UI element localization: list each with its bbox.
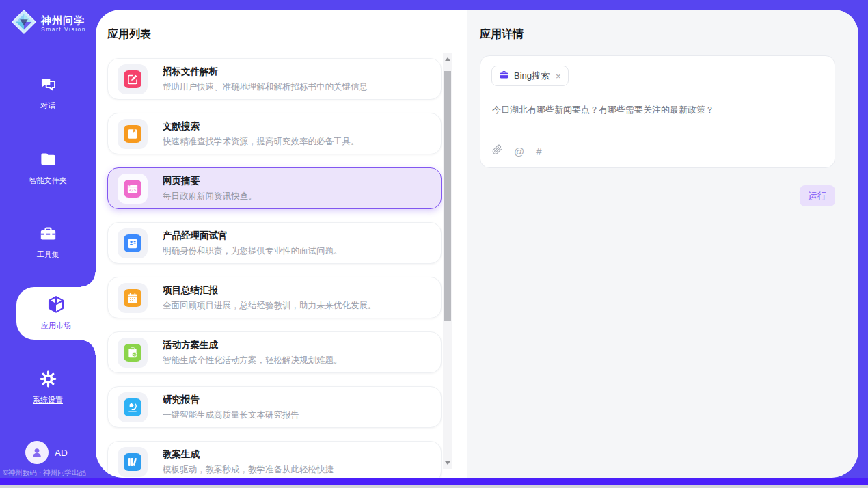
browser-code-icon: </> bbox=[124, 180, 141, 198]
briefcase-icon bbox=[499, 70, 509, 83]
hash-icon[interactable]: # bbox=[536, 146, 541, 157]
mention-icon[interactable]: @ bbox=[514, 146, 524, 157]
user-account[interactable]: AD bbox=[25, 441, 68, 464]
main-panel: 应用详情 Bing搜索 × 今日湖北有哪些新闻要点？有哪些需要关注的最新政策？ bbox=[96, 10, 858, 478]
app-icon-tile bbox=[118, 392, 148, 422]
svg-text:</>: </> bbox=[129, 187, 137, 191]
app-icon-tile bbox=[118, 228, 148, 258]
books-icon bbox=[124, 453, 141, 471]
app-title: 教案生成 bbox=[163, 448, 334, 461]
scrollbar-thumb[interactable] bbox=[444, 71, 451, 321]
sidebar-item-label: 应用市场 bbox=[16, 321, 96, 331]
sidebar-item-label: 工具集 bbox=[0, 249, 96, 260]
app-description: 每日政府新闻资讯快查。 bbox=[163, 191, 257, 202]
app-list: 招标文件解析 帮助用户快速、准确地理解和解析招标书中的关键信息 文献搜索 快速精… bbox=[107, 58, 442, 478]
app-icon-tile: </> bbox=[118, 174, 148, 204]
app-list-item-pm-interviewer[interactable]: 产品经理面试官 明确身份和职责，为您提供专业性的面试问题。 bbox=[107, 222, 442, 264]
tool-tag-bing-search[interactable]: Bing搜索 × bbox=[491, 66, 569, 86]
diamond-logo-icon bbox=[11, 9, 37, 38]
app-icon-tile bbox=[118, 338, 148, 368]
prompt-card: Bing搜索 × 今日湖北有哪些新闻要点？有哪些需要关注的最新政策？ @ # bbox=[480, 55, 835, 168]
scroll-up-arrow-icon[interactable] bbox=[445, 57, 450, 61]
folder-icon bbox=[39, 159, 57, 171]
user-avatar-icon bbox=[25, 441, 49, 464]
app-list-item-project-summary[interactable]: 项目总结汇报 全面回顾项目进展，总结经验教训，助力未来优化发展。 bbox=[107, 277, 442, 318]
app-description: 全面回顾项目进展，总结经验教训，助力未来优化发展。 bbox=[163, 300, 377, 312]
close-icon[interactable]: × bbox=[556, 71, 561, 81]
sidebar-item-settings[interactable]: 系统设置 bbox=[0, 370, 96, 405]
app-list-item-research-report[interactable]: 研究报告 一键智能生成高质量长文本研究报告 bbox=[107, 386, 442, 428]
toolbox-icon bbox=[39, 233, 57, 245]
run-button[interactable]: 运行 bbox=[800, 185, 835, 206]
input-toolbar: @ # bbox=[492, 144, 542, 158]
app-detail-panel: 应用详情 Bing搜索 × 今日湖北有哪些新闻要点？有哪些需要关注的最新政策？ bbox=[467, 10, 858, 478]
app-list-item-literature-search[interactable]: 文献搜索 快速精准查找学术资源，提高研究效率的必备工具。 bbox=[107, 113, 442, 154]
microscope-icon bbox=[124, 398, 141, 416]
app-icon-tile bbox=[118, 447, 148, 477]
sidebar: 神州问学 Smart Vision 对话 智能文件夹 bbox=[0, 0, 96, 488]
paperclip-icon[interactable] bbox=[492, 144, 502, 158]
app-description: 帮助用户快速、准确地理解和解析招标书中的关键信息 bbox=[163, 81, 368, 93]
sidebar-item-chat[interactable]: 对话 bbox=[0, 75, 96, 111]
user-name: AD bbox=[55, 448, 68, 458]
app-description: 一键智能生成高质量长文本研究报告 bbox=[163, 409, 299, 421]
app-icon-tile bbox=[118, 119, 148, 149]
scroll-down-arrow-icon[interactable] bbox=[445, 461, 450, 465]
sidebar-item-label: 智能文件夹 bbox=[0, 176, 96, 186]
app-description: 模板驱动，教案秒成，教学准备从此轻松快捷 bbox=[163, 464, 334, 476]
person-doc-icon bbox=[124, 234, 141, 252]
sidebar-item-toolset[interactable]: 工具集 bbox=[0, 224, 96, 260]
app-title: 研究报告 bbox=[163, 394, 299, 406]
gear-icon bbox=[39, 379, 57, 390]
app-list-item-web-summary[interactable]: </> 网页摘要 每日政府新闻资讯快查。 bbox=[107, 167, 442, 209]
book-icon bbox=[124, 125, 141, 143]
clipboard-check-icon bbox=[124, 344, 141, 362]
prompt-input[interactable]: 今日湖北有哪些新闻要点？有哪些需要关注的最新政策？ bbox=[492, 104, 824, 116]
app-title: 产品经理面试官 bbox=[163, 230, 342, 242]
app-title: 网页摘要 bbox=[163, 175, 257, 187]
tool-tag-label: Bing搜索 bbox=[514, 70, 550, 82]
sidebar-item-smart-folder[interactable]: 智能文件夹 bbox=[0, 150, 96, 186]
sidebar-item-label: 系统设置 bbox=[0, 395, 96, 405]
edit-square-icon bbox=[124, 70, 141, 88]
brand-subtitle: Smart Vision bbox=[41, 26, 86, 33]
app-description: 快速精准查找学术资源，提高研究效率的必备工具。 bbox=[163, 136, 360, 148]
list-panel-title: 应用列表 bbox=[107, 27, 151, 42]
bottom-accent-bar bbox=[0, 478, 868, 485]
app-title: 文献搜索 bbox=[163, 120, 360, 133]
app-title: 招标文件解析 bbox=[163, 66, 368, 78]
brand-name: 神州问学 bbox=[41, 14, 86, 26]
chat-icon bbox=[39, 84, 57, 96]
detail-panel-title: 应用详情 bbox=[480, 27, 524, 42]
app-title: 活动方案生成 bbox=[163, 339, 342, 351]
sidebar-item-label: 对话 bbox=[0, 100, 96, 111]
list-scrollbar[interactable] bbox=[443, 53, 452, 469]
app-title: 项目总结汇报 bbox=[163, 284, 377, 297]
app-description: 明确身份和职责，为您提供专业性的面试问题。 bbox=[163, 245, 342, 257]
brand-logo: 神州问学 Smart Vision bbox=[11, 9, 86, 38]
app-icon-tile bbox=[118, 64, 148, 94]
calendar-icon bbox=[124, 289, 141, 307]
app-list-item-event-plan[interactable]: 活动方案生成 智能生成个性化活动方案，轻松解决规划难题。 bbox=[107, 331, 442, 373]
app-window: 神州问学 Smart Vision 对话 智能文件夹 bbox=[0, 0, 868, 488]
app-description: 智能生成个性化活动方案，轻松解决规划难题。 bbox=[163, 355, 342, 366]
app-icon-tile bbox=[118, 283, 148, 313]
app-list-item-lesson-plan[interactable]: 教案生成 模板驱动，教案秒成，教学准备从此轻松快捷 bbox=[107, 441, 442, 478]
app-list-item-bid-parse[interactable]: 招标文件解析 帮助用户快速、准确地理解和解析招标书中的关键信息 bbox=[107, 58, 442, 100]
sidebar-item-app-market[interactable]: 应用市场 bbox=[16, 287, 96, 340]
window-bottom-edge bbox=[0, 485, 868, 488]
cube-icon bbox=[46, 306, 66, 317]
copyright-footer: ©神州数码 · 神州问学出品 bbox=[3, 468, 98, 478]
